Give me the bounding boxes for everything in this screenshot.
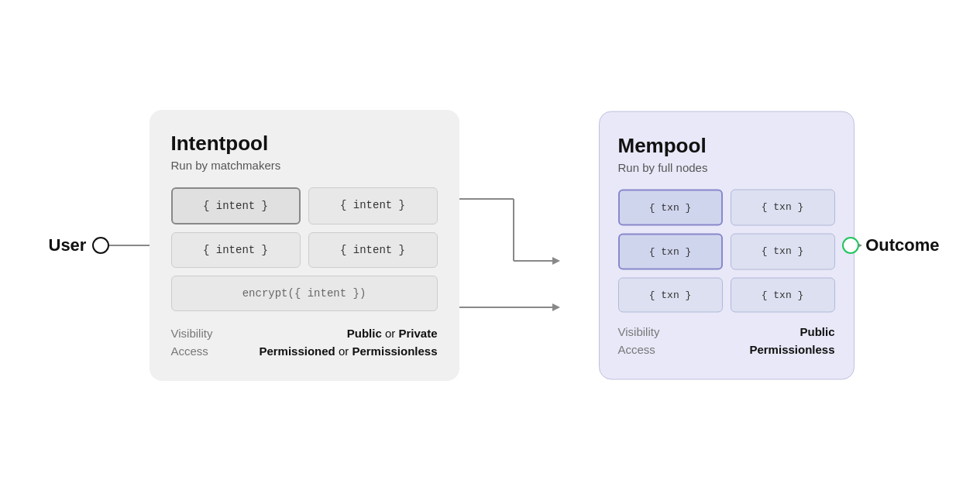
intentpool-access-permissioned: Permissioned xyxy=(259,344,335,358)
txn-cell-4: { txn } xyxy=(731,233,835,269)
intentpool-visibility-values: Public or Private xyxy=(347,327,438,340)
txn-cell-6: { txn } xyxy=(731,277,835,312)
outcome-node: Outcome xyxy=(842,235,939,255)
intentpool-visibility-bold: Public xyxy=(347,327,382,340)
intentpool-visibility-row: Visibility Public or Private xyxy=(171,327,438,340)
mempool-access-value: Permissionless xyxy=(749,342,834,355)
mempool-access-bold: Permissionless xyxy=(749,342,834,355)
intentpool-access-row: Access Permissioned or Permissionless xyxy=(171,344,438,358)
mempool-access-row: Access Permissionless xyxy=(618,342,835,355)
user-label: User xyxy=(49,235,87,255)
txn-grid: { txn } { txn } { txn } { txn } { txn } … xyxy=(618,189,835,312)
intentpool-visibility-private: Private xyxy=(398,327,437,340)
mempool-box: Mempool Run by full nodes { txn } { txn … xyxy=(599,111,854,379)
mempool-visibility-row: Visibility Public xyxy=(618,324,835,338)
txn-cell-3: { txn } xyxy=(618,233,723,269)
mempool-title: Mempool xyxy=(618,133,835,157)
intentpool-visibility-or: or xyxy=(382,327,399,340)
txn-cell-2: { txn } xyxy=(731,189,835,225)
txn-cell-5: { txn } xyxy=(618,277,723,312)
intentpool-access-values: Permissioned or Permissionless xyxy=(259,344,437,358)
intent-grid: { intent } { intent } { intent } { inten… xyxy=(171,187,438,268)
intent-cell-3: { intent } xyxy=(171,232,301,268)
mempool-visibility-label: Visibility xyxy=(618,324,660,338)
intentpool-access-permissionless: Permissionless xyxy=(352,344,437,358)
user-circle xyxy=(92,237,109,254)
svg-marker-11 xyxy=(552,303,560,311)
intentpool-title: Intentpool xyxy=(171,132,438,156)
mempool-access-label: Access xyxy=(618,342,655,355)
intentpool-visibility-label: Visibility xyxy=(171,327,213,340)
mempool-visibility-bold: Public xyxy=(799,324,834,338)
encrypt-cell: encrypt({ intent }) xyxy=(171,276,438,311)
intentpool-access-label: Access xyxy=(171,344,208,358)
intent-cell-4: { intent } xyxy=(308,232,438,268)
intent-cell-2: { intent } xyxy=(308,187,438,224)
mempool-subtitle: Run by full nodes xyxy=(618,160,835,173)
intentpool-subtitle: Run by matchmakers xyxy=(171,159,438,172)
intentpool-box: Intentpool Run by matchmakers { intent }… xyxy=(150,110,459,381)
user-node: User xyxy=(49,235,110,255)
txn-cell-1: { txn } xyxy=(618,189,723,225)
intentpool-access-or: or xyxy=(335,344,352,358)
outcome-label: Outcome xyxy=(865,235,939,255)
svg-marker-7 xyxy=(552,257,560,265)
intent-cell-1: { intent } xyxy=(171,187,301,224)
mempool-visibility-value: Public xyxy=(799,324,834,338)
diagram-container: User Intentpool Run by matchmakers { int… xyxy=(26,21,955,470)
outcome-circle xyxy=(842,237,859,254)
